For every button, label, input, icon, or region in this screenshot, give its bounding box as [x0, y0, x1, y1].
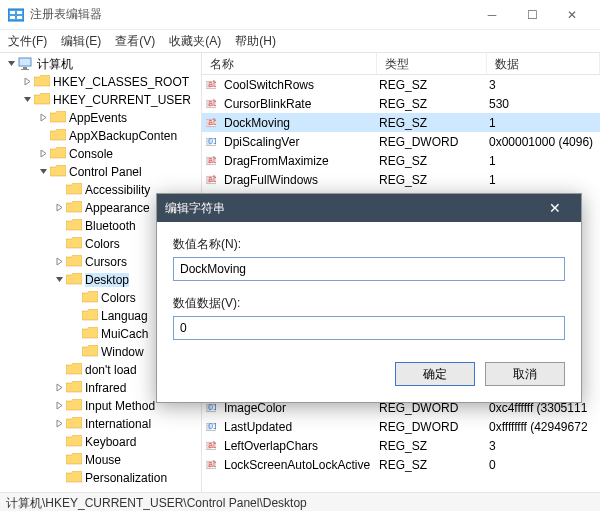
value-icon: ab	[202, 116, 220, 130]
expand-icon[interactable]	[20, 77, 34, 88]
col-type[interactable]: 类型	[377, 53, 487, 74]
tree-item[interactable]: AppXBackupConten	[0, 127, 201, 145]
value-data: 1	[485, 116, 600, 130]
value-data: 0xffffffff (42949672	[485, 420, 600, 434]
folder-icon	[82, 291, 98, 305]
col-data[interactable]: 数据	[487, 53, 600, 74]
expand-icon[interactable]	[52, 257, 66, 268]
folder-icon	[66, 471, 82, 485]
computer-icon	[18, 57, 34, 71]
folder-icon	[50, 165, 66, 179]
expand-icon[interactable]	[52, 383, 66, 394]
svg-text:01: 01	[208, 402, 216, 412]
list-row[interactable]: abLeftOverlapCharsREG_SZ3	[202, 436, 600, 455]
expand-icon[interactable]	[52, 401, 66, 412]
cancel-button[interactable]: 取消	[485, 362, 565, 386]
input-value-name[interactable]	[173, 257, 565, 281]
tree-item[interactable]: Keyboard	[0, 433, 201, 451]
tree-item[interactable]: Personalization	[0, 469, 201, 487]
menu-help[interactable]: 帮助(H)	[235, 33, 276, 50]
dialog-title: 编辑字符串	[165, 200, 537, 217]
value-icon: ab	[202, 173, 220, 187]
tree-item[interactable]: HKEY_CURRENT_USER	[0, 91, 201, 109]
value-name: DragFullWindows	[220, 173, 375, 187]
window-title: 注册表编辑器	[30, 6, 472, 23]
folder-icon	[82, 309, 98, 323]
label-value-name: 数值名称(N):	[173, 236, 565, 253]
app-icon	[8, 7, 24, 23]
col-name[interactable]: 名称	[202, 53, 377, 74]
folder-icon	[66, 201, 82, 215]
value-data: 530	[485, 97, 600, 111]
list-row[interactable]: abCoolSwitchRowsREG_SZ3	[202, 75, 600, 94]
tree-item[interactable]: Mouse	[0, 451, 201, 469]
value-icon: 01	[202, 420, 220, 434]
value-icon: ab	[202, 97, 220, 111]
list-row[interactable]: abLockScreenAutoLockActiveREG_SZ0	[202, 455, 600, 474]
menu-edit[interactable]: 编辑(E)	[61, 33, 101, 50]
svg-text:ab: ab	[208, 117, 216, 127]
value-type: REG_DWORD	[375, 135, 485, 149]
value-type: REG_SZ	[375, 458, 485, 472]
status-bar: 计算机\HKEY_CURRENT_USER\Control Panel\Desk…	[0, 492, 600, 511]
expand-icon[interactable]	[20, 95, 34, 106]
maximize-button[interactable]: ☐	[512, 0, 552, 30]
value-name: CoolSwitchRows	[220, 78, 375, 92]
list-row[interactable]: abDragFullWindowsREG_SZ1	[202, 170, 600, 189]
list-row[interactable]: 01DpiScalingVerREG_DWORD0x00001000 (4096…	[202, 132, 600, 151]
expand-icon[interactable]	[36, 149, 50, 160]
menu-file[interactable]: 文件(F)	[8, 33, 47, 50]
list-header: 名称 类型 数据	[202, 53, 600, 75]
folder-icon	[66, 363, 82, 377]
value-data: 0x00001000 (4096)	[485, 135, 600, 149]
folder-icon	[66, 219, 82, 233]
value-data: 1	[485, 154, 600, 168]
value-name: DragFromMaximize	[220, 154, 375, 168]
value-name: LockScreenAutoLockActive	[220, 458, 375, 472]
list-row[interactable]: abDockMovingREG_SZ1	[202, 113, 600, 132]
folder-icon	[82, 327, 98, 341]
expand-icon[interactable]	[52, 275, 66, 286]
close-button[interactable]: ✕	[552, 0, 592, 30]
svg-rect-1	[10, 11, 15, 14]
folder-icon	[82, 345, 98, 359]
svg-rect-5	[19, 58, 31, 66]
minimize-button[interactable]: ─	[472, 0, 512, 30]
svg-text:ab: ab	[208, 459, 216, 469]
svg-text:01: 01	[208, 421, 216, 431]
list-row[interactable]: abCursorBlinkRateREG_SZ530	[202, 94, 600, 113]
expand-icon[interactable]	[52, 419, 66, 430]
svg-rect-0	[8, 9, 24, 21]
tree-item[interactable]: Console	[0, 145, 201, 163]
tree-item[interactable]: AppEvents	[0, 109, 201, 127]
tree-item[interactable]: Control Panel	[0, 163, 201, 181]
list-row[interactable]: abDragFromMaximizeREG_SZ1	[202, 151, 600, 170]
menu-bar: 文件(F) 编辑(E) 查看(V) 收藏夹(A) 帮助(H)	[0, 30, 600, 52]
value-data: 3	[485, 78, 600, 92]
ok-button[interactable]: 确定	[395, 362, 475, 386]
value-type: REG_SZ	[375, 173, 485, 187]
tree-item[interactable]: HKEY_CLASSES_ROOT	[0, 73, 201, 91]
dialog-titlebar[interactable]: 编辑字符串 ✕	[157, 194, 581, 222]
expand-icon[interactable]	[36, 167, 50, 178]
value-type: REG_SZ	[375, 154, 485, 168]
value-name: CursorBlinkRate	[220, 97, 375, 111]
expand-icon[interactable]	[36, 113, 50, 124]
list-row[interactable]: 01LastUpdatedREG_DWORD0xffffffff (429496…	[202, 417, 600, 436]
tree-root[interactable]: 计算机	[0, 55, 201, 73]
dialog-close-icon[interactable]: ✕	[537, 200, 573, 216]
tree-item[interactable]: International	[0, 415, 201, 433]
menu-view[interactable]: 查看(V)	[115, 33, 155, 50]
svg-rect-7	[21, 69, 29, 70]
value-icon: ab	[202, 78, 220, 92]
expand-icon[interactable]	[52, 203, 66, 214]
input-value-data[interactable]	[173, 316, 565, 340]
svg-rect-6	[23, 67, 27, 69]
value-name: LastUpdated	[220, 420, 375, 434]
folder-icon	[66, 453, 82, 467]
svg-rect-3	[10, 16, 15, 19]
svg-text:ab: ab	[208, 155, 216, 165]
folder-icon	[50, 147, 66, 161]
folder-icon	[66, 381, 82, 395]
menu-favorites[interactable]: 收藏夹(A)	[169, 33, 221, 50]
